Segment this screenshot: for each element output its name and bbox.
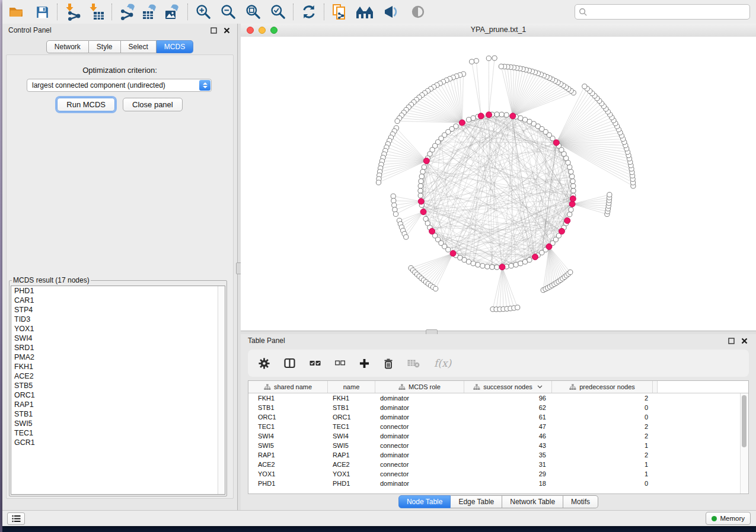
- export-image-icon[interactable]: [162, 2, 183, 21]
- eye-icon: [408, 2, 428, 21]
- mcds-result-item[interactable]: GCR1: [11, 438, 225, 447]
- column-header-predecessor-nodes[interactable]: predecessor nodes: [552, 381, 653, 393]
- hide-labels-icon[interactable]: [381, 2, 401, 21]
- close-panel-icon[interactable]: [222, 26, 231, 34]
- binoculars-icon[interactable]: [355, 2, 375, 21]
- mcds-result-item[interactable]: ORC1: [11, 390, 225, 400]
- cell-name: YOX1: [328, 470, 375, 477]
- mcds-result-item[interactable]: TID3: [11, 315, 225, 324]
- cell-mcds_role: dominator: [375, 414, 464, 421]
- tab-select[interactable]: Select: [121, 40, 157, 53]
- list-icon: [12, 515, 21, 523]
- cell-predecessor_nodes: 1: [552, 461, 653, 468]
- column-header-shared-name[interactable]: shared name: [248, 381, 328, 393]
- tab-motifs[interactable]: Motifs: [563, 495, 598, 508]
- close-panel-button[interactable]: Close panel: [123, 98, 183, 111]
- zoom-fit-icon[interactable]: [243, 2, 263, 21]
- network-graph[interactable]: [241, 37, 756, 331]
- cell-shared_name: SWI4: [248, 432, 328, 440]
- table-row[interactable]: RAP1RAP1dominator352: [248, 450, 748, 460]
- search-box[interactable]: [575, 4, 750, 20]
- table-row[interactable]: STB1STB1dominator620: [248, 403, 748, 412]
- float-panel-icon[interactable]: [726, 336, 736, 345]
- toolbar-separator: [324, 4, 325, 20]
- table-row[interactable]: YOX1YOX1connector291: [248, 469, 748, 479]
- table-row[interactable]: TEC1TEC1connector472: [248, 422, 748, 431]
- cell-shared_name: ORC1: [248, 414, 328, 421]
- mcds-result-item[interactable]: PHD1: [11, 286, 225, 296]
- mcds-result-title: MCDS result (17 nodes): [12, 276, 91, 284]
- mcds-result-item[interactable]: ACE2: [11, 371, 225, 381]
- mcds-result-list[interactable]: PHD1CAR1STP4TID3YOX1SWI4SRD1PMA2FKH1ACE2…: [11, 286, 225, 495]
- mcds-result-item[interactable]: STP4: [11, 305, 225, 315]
- mcds-tab-content: Optimization criterion: largest connecte…: [6, 55, 234, 499]
- table-row[interactable]: SWI5SWI5connector431: [248, 441, 748, 450]
- export-network-icon[interactable]: [117, 2, 138, 21]
- refresh-icon[interactable]: [299, 2, 319, 21]
- cell-name: STB1: [328, 404, 375, 411]
- column-header-name[interactable]: name: [328, 381, 375, 393]
- mcds-result-item[interactable]: FKH1: [11, 362, 225, 371]
- table-row[interactable]: FKH1FKH1dominator962: [248, 393, 748, 403]
- search-input[interactable]: [588, 7, 749, 17]
- run-mcds-button[interactable]: Run MCDS: [57, 98, 115, 111]
- table-panel-title: Table Panel: [248, 336, 723, 345]
- mcds-result-item[interactable]: SWI5: [11, 419, 225, 428]
- create-column-plus-icon[interactable]: [359, 358, 369, 368]
- column-view-icon[interactable]: [284, 358, 295, 368]
- zoom-out-icon[interactable]: [218, 2, 238, 21]
- cell-shared_name: PHD1: [248, 480, 328, 487]
- tab-mcds[interactable]: MCDS: [157, 40, 193, 53]
- delete-column-trash-icon[interactable]: [384, 358, 393, 369]
- table-scrollbar-thumb[interactable]: [742, 395, 747, 447]
- tree-icon: [264, 384, 271, 390]
- table-row[interactable]: PHD1PHD1dominator180: [248, 479, 748, 488]
- column-header-successor-nodes[interactable]: successor nodes: [464, 381, 552, 393]
- mcds-result-item[interactable]: STB5: [11, 381, 225, 390]
- mcds-result-item[interactable]: CAR1: [11, 296, 225, 305]
- export-table-icon[interactable]: [140, 2, 160, 21]
- tab-style[interactable]: Style: [89, 40, 121, 53]
- mcds-result-item[interactable]: SWI4: [11, 334, 225, 343]
- cell-predecessor_nodes: 0: [552, 414, 653, 421]
- import-network-icon[interactable]: [63, 2, 83, 21]
- mcds-result-item[interactable]: STB1: [11, 409, 225, 419]
- mcds-result-item[interactable]: TEC1: [11, 428, 225, 438]
- table-scrollbar[interactable]: [740, 393, 748, 493]
- network-window-titlebar[interactable]: YPA_prune.txt_1: [241, 24, 756, 37]
- zoom-selected-icon[interactable]: [268, 2, 288, 21]
- mcds-list-scrollbar[interactable]: [218, 286, 225, 494]
- cell-successor_nodes: 96: [464, 395, 552, 402]
- zoom-in-icon[interactable]: [193, 2, 213, 21]
- delete-table-icon: [407, 359, 420, 368]
- mcds-result-item[interactable]: RAP1: [11, 400, 225, 409]
- tab-node-table[interactable]: Node Table: [398, 495, 451, 508]
- cell-successor_nodes: 61: [464, 414, 552, 421]
- select-all-columns-icon[interactable]: [310, 360, 321, 367]
- network-view-canvas[interactable]: [241, 37, 756, 331]
- float-panel-icon[interactable]: [209, 26, 218, 34]
- tab-edge-table[interactable]: Edge Table: [451, 495, 502, 508]
- tree-icon: [569, 384, 576, 390]
- table-row[interactable]: ACE2ACE2connector311: [248, 460, 748, 469]
- table-row[interactable]: ORC1ORC1dominator610: [248, 412, 748, 422]
- control-panel-tabs: NetworkStyleSelectMCDS: [2, 40, 237, 53]
- table-row[interactable]: SWI4SWI4dominator462: [248, 431, 748, 441]
- open-file-button[interactable]: [6, 2, 26, 21]
- mcds-result-item[interactable]: YOX1: [11, 324, 225, 334]
- mcds-result-item[interactable]: PMA2: [11, 352, 225, 362]
- close-panel-icon[interactable]: [739, 336, 749, 345]
- mcds-result-item[interactable]: SRD1: [11, 343, 225, 352]
- unselect-all-columns-icon[interactable]: [335, 360, 345, 366]
- tab-network-table[interactable]: Network Table: [502, 495, 563, 508]
- table-settings-gear-icon[interactable]: [259, 358, 270, 369]
- column-header-MCDS-role[interactable]: MCDS role: [375, 381, 464, 393]
- memory-button[interactable]: Memory: [706, 512, 751, 525]
- import-table-icon[interactable]: [87, 2, 107, 21]
- node-table[interactable]: shared namenameMCDS rolesuccessor nodesp…: [248, 380, 749, 494]
- optimization-criterion-select[interactable]: largest connected component (undirected): [27, 79, 212, 92]
- first-neighbors-icon[interactable]: [330, 2, 350, 21]
- task-history-button[interactable]: [7, 512, 25, 525]
- save-button[interactable]: [32, 2, 52, 21]
- tab-network[interactable]: Network: [46, 40, 89, 53]
